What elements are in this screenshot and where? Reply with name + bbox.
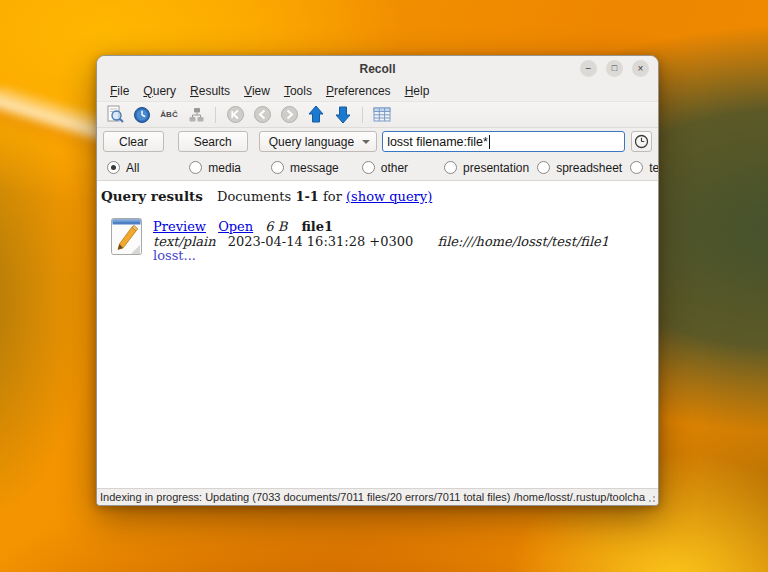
radio-icon xyxy=(107,161,120,174)
radio-icon xyxy=(537,161,550,174)
clock-icon xyxy=(634,134,649,149)
minimize-button[interactable]: − xyxy=(580,60,597,77)
menu-query[interactable]: Query xyxy=(136,82,183,100)
show-query-link[interactable]: (show query) xyxy=(346,189,432,204)
maximize-button[interactable]: □ xyxy=(606,60,623,77)
filter-presentation[interactable]: presentation xyxy=(444,161,529,175)
search-input[interactable]: losst filename:file* xyxy=(382,131,625,152)
menu-help[interactable]: Help xyxy=(398,82,437,100)
toolbar-separator xyxy=(362,107,363,123)
toolbar: ÂBĈ xyxy=(97,102,658,128)
term-explorer-icon[interactable]: ÂBĈ xyxy=(159,105,179,125)
text-file-icon xyxy=(111,218,142,255)
menu-results[interactable]: Results xyxy=(183,82,237,100)
menu-bar: File Query Results View Tools Preference… xyxy=(97,81,658,102)
filter-text[interactable]: text xyxy=(630,161,659,175)
text-caret xyxy=(489,135,490,149)
result-url: file:///home/losst/test/file1 xyxy=(438,234,610,249)
results-area: Query results Documents 1-1 for (show qu… xyxy=(97,180,658,488)
filter-row: All media message other presentation spr… xyxy=(97,155,658,180)
previous-page-icon[interactable] xyxy=(252,105,272,125)
open-link[interactable]: Open xyxy=(218,219,253,234)
documents-label: Documents xyxy=(217,189,291,204)
sort-parameters-icon[interactable] xyxy=(186,105,206,125)
status-bar: Indexing in progress: Updating (7033 doc… xyxy=(97,488,658,505)
resize-grip[interactable] xyxy=(646,493,656,503)
filter-all[interactable]: All xyxy=(107,161,139,175)
scroll-up-icon[interactable] xyxy=(306,105,326,125)
titlebar[interactable]: Recoll − □ × xyxy=(97,56,658,81)
radio-icon xyxy=(189,161,202,174)
menu-file[interactable]: File xyxy=(103,82,136,100)
documents-range: 1-1 xyxy=(295,189,319,204)
search-row: Clear Search Query language losst filena… xyxy=(97,128,658,155)
close-button[interactable]: × xyxy=(632,60,649,77)
radio-icon xyxy=(362,161,375,174)
scroll-down-icon[interactable] xyxy=(333,105,353,125)
menu-tools[interactable]: Tools xyxy=(277,82,319,100)
result-item: Preview Open 6 B file1 text/plain 2023-0… xyxy=(101,218,654,263)
sort-by-dates-icon[interactable] xyxy=(132,105,152,125)
desktop-wallpaper: Recoll − □ × File Query Results View Too… xyxy=(0,0,768,572)
search-input-value: losst filename:file* xyxy=(387,135,488,149)
result-size: 6 B xyxy=(265,219,287,234)
filter-spreadsheet[interactable]: spreadsheet xyxy=(537,161,622,175)
recoll-window: Recoll − □ × File Query Results View Too… xyxy=(96,55,659,506)
radio-icon xyxy=(444,161,457,174)
window-controls: − □ × xyxy=(580,60,649,77)
results-header: Query results Documents 1-1 for (show qu… xyxy=(101,188,654,218)
advanced-search-icon[interactable] xyxy=(105,105,125,125)
search-button[interactable]: Search xyxy=(178,131,248,152)
search-mode-select[interactable]: Query language xyxy=(259,131,377,152)
result-abstract: losst... xyxy=(153,249,609,263)
result-filename: file1 xyxy=(301,219,333,234)
filter-media[interactable]: media xyxy=(189,161,241,175)
radio-icon xyxy=(271,161,284,174)
close-icon: × xyxy=(638,64,644,74)
preview-link[interactable]: Preview xyxy=(153,219,206,234)
result-table-icon[interactable] xyxy=(372,105,392,125)
results-title: Query results xyxy=(101,188,203,204)
filter-message[interactable]: message xyxy=(271,161,339,175)
toolbar-separator xyxy=(215,107,216,123)
next-page-icon[interactable] xyxy=(279,105,299,125)
chevron-down-icon xyxy=(362,140,370,144)
result-date: 2023-04-14 16:31:28 +0300 xyxy=(228,234,414,249)
history-button[interactable] xyxy=(631,131,652,152)
result-mimetype: text/plain xyxy=(153,234,216,249)
radio-icon xyxy=(630,161,643,174)
filter-other[interactable]: other xyxy=(362,161,408,175)
minimize-icon: − xyxy=(586,64,592,74)
maximize-icon: □ xyxy=(612,64,617,73)
menu-preferences[interactable]: Preferences xyxy=(319,82,398,100)
first-page-icon[interactable] xyxy=(225,105,245,125)
search-mode-value: Query language xyxy=(269,135,354,149)
result-text: Preview Open 6 B file1 text/plain 2023-0… xyxy=(153,218,609,263)
status-text: Indexing in progress: Updating (7033 doc… xyxy=(100,491,645,503)
menu-view[interactable]: View xyxy=(237,82,277,100)
clear-button[interactable]: Clear xyxy=(103,131,164,152)
window-title: Recoll xyxy=(97,56,658,81)
